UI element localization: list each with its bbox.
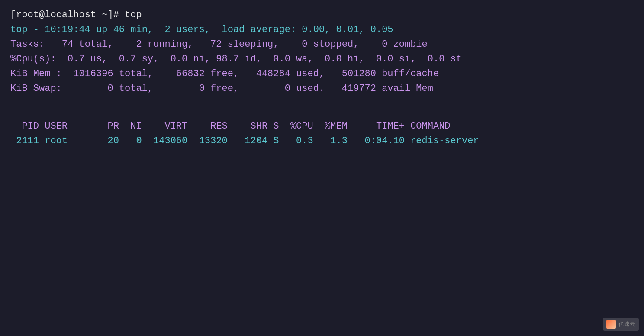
top-summary-line: top - 10:19:44 up 46 min, 2 users, load … [10,23,634,37]
terminal-window: [root@localhost ~]# top top - 10:19:44 u… [0,0,644,336]
process-data-row: 2111 root 20 0 143060 13320 1204 S 0.3 1… [10,134,634,149]
cpu-line: %Cpu(s): 0.7 us, 0.7 sy, 0.0 ni, 98.7 id… [10,52,634,67]
mem-line: KiB Mem : 1016396 total, 66832 free, 448… [10,67,634,81]
process-header-row: PID USER PR NI VIRT RES SHR S %CPU %MEM … [10,119,634,134]
watermark-icon [606,320,616,329]
prompt-line: [root@localhost ~]# top [10,8,634,23]
watermark-text: 亿速云 [618,320,635,328]
tasks-line: Tasks: 74 total, 2 running, 72 sleeping,… [10,37,634,52]
swap-line: KiB Swap: 0 total, 0 free, 0 used. 41977… [10,81,634,96]
watermark: 亿速云 [603,318,639,331]
